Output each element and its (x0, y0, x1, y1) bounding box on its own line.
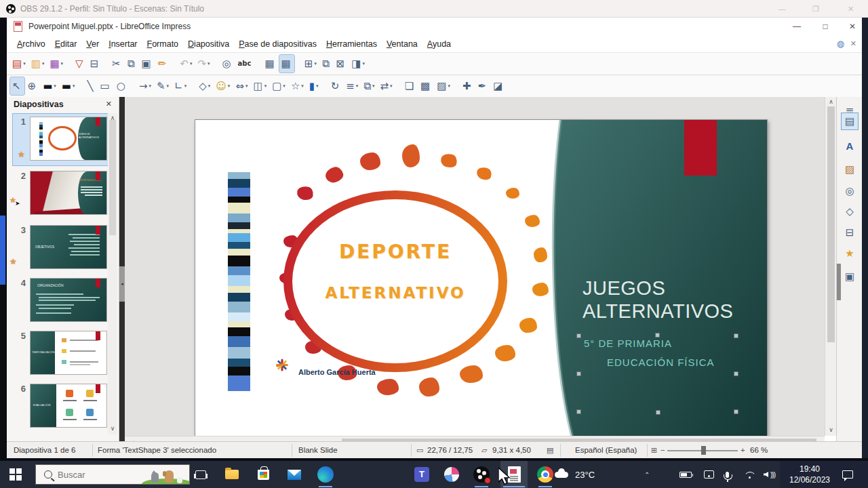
status-zoom-level[interactable]: 66 % (750, 446, 768, 454)
slide-subtitle-line2[interactable]: EDUCACIÓN FÍSICA (607, 357, 715, 368)
undo-icon[interactable]: ↶ ▾ (178, 55, 194, 73)
zoom-out-icon[interactable]: − (660, 446, 665, 454)
action-center-icon[interactable] (842, 461, 853, 488)
line-color-icon[interactable]: ▬ ▾ (41, 77, 58, 95)
slide-thumbnail-4[interactable]: ORGANIZACIÓN (30, 278, 107, 322)
tab-properties-icon[interactable]: ▤ (842, 113, 858, 129)
clone-formatting-icon[interactable]: ✏ (156, 55, 170, 73)
slide-canvas[interactable]: DEPORTE ALTERNATIVO Alberto García Huert… (195, 119, 768, 443)
ellipse-icon[interactable]: ○ (115, 77, 129, 95)
slide-panel-scrollbar[interactable]: ∧ ∨ (108, 113, 117, 434)
distribute-icon[interactable]: ⇄ ▾ (378, 77, 395, 95)
open-icon[interactable]: ▥ ▾ (29, 55, 47, 73)
panel-scroll-thumb[interactable] (109, 120, 116, 235)
display-grid-icon[interactable]: ▦ (262, 55, 277, 73)
menu-ayuda[interactable]: Ayuda (422, 35, 456, 49)
start-button[interactable] (9, 468, 22, 481)
panel-splitter-handle[interactable]: ◂ (119, 266, 125, 302)
image-filter-icon[interactable]: ▨ ▾ (435, 77, 452, 95)
scroll-down-icon[interactable]: ∨ (825, 426, 837, 433)
deporte-ring-graphic[interactable]: DEPORTE ALTERNATIVO (283, 190, 507, 372)
tab-navigator-icon[interactable]: ◎ (842, 183, 858, 199)
rectangle-icon[interactable]: ▭ (98, 77, 113, 95)
slide-thumbnail-5[interactable]: TEMPORALIZACIÓN (30, 331, 107, 375)
obs-close-icon[interactable]: ✕ (848, 5, 854, 14)
language-globe-icon[interactable]: ◍ (837, 39, 844, 49)
fit-slide-icon[interactable]: ⊞ (651, 446, 657, 455)
rotate-icon[interactable]: ↻ (329, 77, 343, 95)
save-icon[interactable]: ▦ ▾ (47, 55, 65, 73)
edit-points-icon[interactable]: ✚ (460, 77, 475, 95)
graphic-title-line1[interactable]: DEPORTE (283, 241, 507, 263)
zoom-slider-handle[interactable] (701, 446, 706, 455)
tab-gallery-icon[interactable]: ▨ (842, 161, 858, 178)
gluepoints-icon[interactable]: ✒ (476, 77, 490, 95)
close-document-icon[interactable]: ✕ (850, 39, 856, 48)
zoom-in-icon[interactable]: + (741, 446, 745, 454)
volume-icon[interactable]: ))) (764, 461, 775, 488)
duplicate-slide-icon[interactable]: ⧉ (320, 55, 333, 73)
menu-herramientas[interactable]: Herramientas (321, 35, 382, 49)
file-explorer-icon[interactable] (222, 465, 241, 484)
slide-thumbnail-6[interactable]: EVALUACIÓN (30, 384, 107, 428)
selection-handle[interactable] (734, 371, 738, 376)
vertical-scrollbar[interactable]: ∧ ∨ (825, 97, 836, 436)
hidden-icons-chevron[interactable]: ⌃ (644, 461, 650, 488)
copy-icon[interactable]: ⧉ (125, 55, 138, 73)
menu-ventana[interactable]: Ventana (382, 35, 422, 49)
tab-shapes-icon[interactable]: ◇ (842, 203, 858, 220)
document-modified-icon[interactable]: ▤ (547, 446, 553, 455)
wifi-icon[interactable] (743, 461, 755, 488)
paint3d-icon[interactable] (442, 465, 461, 484)
find-replace-icon[interactable]: ◎ (220, 55, 234, 73)
slide-red-tag[interactable] (684, 120, 717, 176)
lines-arrows-icon[interactable]: → ▾ (137, 77, 153, 95)
microphone-icon[interactable] (726, 461, 729, 488)
flowchart-icon[interactable]: ◫ ▾ (251, 77, 269, 95)
new-slide-icon[interactable]: ⊞ ▾ (302, 55, 319, 73)
selection-handle[interactable] (655, 333, 660, 338)
slide-thumbnail-3[interactable]: OBJETIVOS (30, 225, 107, 269)
snap-grid-icon[interactable]: ▦ (279, 55, 294, 73)
slide-layout-icon[interactable]: ◨ ▾ (349, 55, 367, 73)
edge-icon[interactable] (316, 465, 335, 484)
cut-icon[interactable]: ✂ (110, 55, 124, 73)
menu-ver[interactable]: Ver (81, 35, 104, 49)
tray-temperature[interactable]: 23°C (575, 461, 595, 488)
align-icon[interactable]: ≡ ▾ (344, 77, 360, 95)
close-icon[interactable]: ✕ (847, 22, 858, 31)
battery-icon[interactable] (679, 461, 692, 488)
panel-splitter[interactable]: ◂ (119, 97, 125, 441)
selection-handle[interactable] (576, 409, 581, 414)
graphic-title-line2[interactable]: ALTERNATIVO (283, 284, 507, 302)
symbol-shapes-icon[interactable]: ☺ ▾ (214, 77, 232, 95)
tab-transition-icon[interactable]: ⊟ (842, 224, 858, 241)
basic-shapes-icon[interactable]: ◇ ▾ (197, 77, 212, 95)
crop-image-icon[interactable]: ▩ (418, 77, 433, 95)
cast-screen-icon[interactable] (704, 461, 714, 488)
selection-handle[interactable] (734, 333, 738, 338)
callouts-icon[interactable]: ▢ ▾ (270, 77, 288, 95)
arrange-icon[interactable]: ⧉ ▾ (361, 77, 376, 95)
threed-objects-icon[interactable]: ▮ ▾ (307, 77, 321, 95)
status-language[interactable]: Español (España) (575, 446, 637, 454)
taskbar-search[interactable] (35, 464, 190, 485)
obs-minimize-icon[interactable]: — (778, 5, 786, 13)
slide-subtitle-line1[interactable]: 5° DE PRIMARIA (584, 338, 672, 349)
sidebar-splitter-handle[interactable] (837, 264, 841, 300)
zoom-icon[interactable]: ⊕ (26, 77, 40, 95)
paste-icon[interactable]: ▣ (140, 55, 155, 73)
print-icon[interactable]: ⊟ (88, 55, 102, 73)
slide-title-textbox[interactable]: JUEGOS ALTERNATIVOS (583, 277, 733, 323)
fill-color-icon[interactable]: ▬ ▾ (60, 77, 77, 95)
menu-editar[interactable]: Editar (50, 35, 82, 49)
weather-cloud-icon[interactable] (555, 461, 568, 488)
slide-thumbnail-1[interactable]: JUEGOS ALTERNATIVOS (30, 117, 107, 161)
menu-formato[interactable]: Formato (142, 35, 184, 49)
redo-icon[interactable]: ↷ ▾ (195, 55, 212, 73)
search-input[interactable] (58, 470, 132, 480)
tab-animation-icon[interactable]: ★ (842, 245, 858, 262)
menu-archivo[interactable]: Archivo (12, 35, 50, 49)
microsoft-store-icon[interactable] (254, 465, 273, 484)
export-pdf-icon[interactable]: ▽ (73, 55, 87, 73)
